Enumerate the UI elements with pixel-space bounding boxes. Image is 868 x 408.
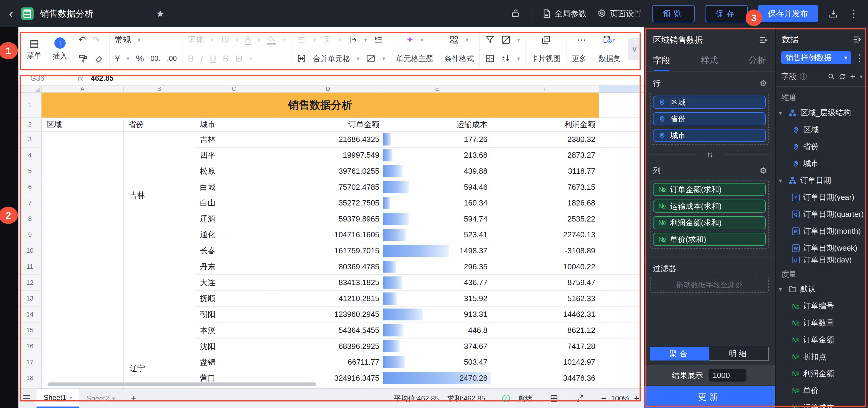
- font-family-select[interactable]: 宋体: [188, 36, 204, 44]
- cell-region[interactable]: [41, 243, 124, 259]
- row-number[interactable]: 15: [19, 322, 41, 339]
- row-number[interactable]: 12: [19, 275, 41, 291]
- gear-icon[interactable]: ⚙: [760, 79, 767, 88]
- cell-order-amount[interactable]: 41210.2815: [273, 291, 383, 307]
- conditional-format-icon[interactable]: [450, 35, 459, 44]
- page-settings-button[interactable]: 页面设置: [597, 8, 642, 19]
- cell-order-amount[interactable]: 68396.2925: [273, 339, 383, 354]
- column-header-F[interactable]: F: [491, 86, 599, 92]
- save-button[interactable]: 保存: [705, 5, 748, 22]
- underline-icon[interactable]: U: [210, 54, 216, 63]
- cell[interactable]: [599, 195, 640, 211]
- cell-province[interactable]: [124, 259, 195, 275]
- header-cell[interactable]: 省份: [124, 118, 195, 131]
- filter-dropzone[interactable]: 拖动数据字段至此处: [650, 277, 769, 293]
- search-icon[interactable]: [828, 73, 835, 81]
- aggregate-toggle[interactable]: 聚合: [650, 347, 709, 360]
- cell-province[interactable]: [124, 275, 195, 291]
- filter-icon[interactable]: [485, 35, 495, 44]
- cell[interactable]: [599, 118, 640, 131]
- cell-order-amount[interactable]: 66711.77: [273, 354, 383, 370]
- cell[interactable]: [599, 339, 640, 354]
- cell-city[interactable]: 白城: [195, 179, 273, 195]
- cell[interactable]: [599, 211, 640, 227]
- indent-icon[interactable]: [374, 35, 383, 44]
- cell-order-amount[interactable]: 39761.0255: [273, 163, 383, 179]
- col-field-pill[interactable]: №利润金额(求和): [653, 216, 766, 229]
- chevron-down-icon[interactable]: ▾: [860, 73, 863, 80]
- cell-profit[interactable]: 7417.28: [491, 339, 599, 354]
- cell-region[interactable]: [41, 339, 124, 354]
- measures-folder[interactable]: ▾默认: [776, 281, 868, 297]
- cell-city[interactable]: 长春: [195, 243, 273, 259]
- italic-icon[interactable]: I: [200, 54, 203, 63]
- format-painter-icon[interactable]: [79, 54, 88, 63]
- row-number[interactable]: 9: [19, 227, 41, 243]
- cell-shipping-cost[interactable]: 594.74: [383, 211, 491, 227]
- back-icon[interactable]: ‹: [9, 7, 13, 20]
- cell[interactable]: [599, 259, 640, 275]
- cell-profit[interactable]: 8621.12: [491, 322, 599, 339]
- insert-button[interactable]: + 插入: [53, 37, 67, 61]
- cell-shipping-cost[interactable]: 296.35: [383, 259, 491, 275]
- cell-view-icon[interactable]: [550, 394, 558, 403]
- cell[interactable]: [599, 307, 640, 323]
- cell-profit[interactable]: 2380.32: [491, 131, 599, 148]
- row-number[interactable]: 5: [19, 163, 41, 179]
- split-cell-icon[interactable]: [366, 54, 375, 63]
- cell-province[interactable]: [124, 163, 195, 179]
- row-number[interactable]: 11: [19, 259, 41, 275]
- header-cell[interactable]: 运输成本: [383, 118, 491, 131]
- cell-shipping-cost[interactable]: 503.47: [383, 354, 491, 370]
- dimension-item[interactable]: Y订单日期(year): [776, 189, 868, 206]
- cell-province[interactable]: [124, 211, 195, 227]
- cell-region[interactable]: [41, 307, 124, 323]
- column-header-E[interactable]: E: [383, 86, 491, 92]
- dataset-select[interactable]: 销售样例数据 ▾: [781, 51, 851, 64]
- cell[interactable]: [599, 386, 640, 388]
- cell-city[interactable]: 松原: [195, 163, 273, 179]
- cell-province[interactable]: [124, 227, 195, 243]
- favorite-star-icon[interactable]: ★: [156, 8, 164, 19]
- collapse-toolbar-button[interactable]: ∨: [628, 38, 641, 60]
- row-number[interactable]: 6: [19, 179, 41, 195]
- row-number[interactable]: 13: [19, 291, 41, 307]
- cell-city[interactable]: 通化: [195, 227, 273, 243]
- zoom-in-button[interactable]: +: [634, 394, 639, 404]
- fullscreen-icon[interactable]: [576, 394, 584, 403]
- menu-button[interactable]: ▤ 菜单: [27, 38, 41, 60]
- add-sheet-button[interactable]: +: [130, 393, 136, 404]
- preview-button[interactable]: 预览: [652, 5, 695, 22]
- cell-profit[interactable]: 7673.15: [491, 179, 599, 195]
- tab-样式[interactable]: 样式: [701, 55, 718, 71]
- col-field-pill[interactable]: №运输成本(求和): [653, 199, 766, 213]
- dataset-icon[interactable]: [603, 35, 612, 44]
- cell-shipping-cost[interactable]: 213.68: [383, 148, 491, 164]
- formula-value[interactable]: 462.85: [91, 74, 114, 83]
- measure-item[interactable]: №运输成本: [776, 399, 868, 408]
- columns-shelf[interactable]: №订单金额(求和)№运输成本(求和)№利润金额(求和)№单价(求和): [650, 180, 769, 249]
- cell[interactable]: [599, 131, 640, 148]
- strikethrough-icon[interactable]: S: [223, 54, 229, 63]
- undo-icon[interactable]: ↶: [79, 35, 86, 44]
- cell-region[interactable]: [41, 275, 124, 291]
- cell[interactable]: [599, 275, 640, 291]
- column-header-B[interactable]: B: [124, 86, 195, 92]
- currency-format-icon[interactable]: ¥: [115, 54, 120, 63]
- cell[interactable]: [195, 386, 273, 388]
- cell-city[interactable]: 吉林: [195, 131, 273, 148]
- cell-order-amount[interactable]: 54364.5455: [273, 322, 383, 339]
- cell[interactable]: [599, 179, 640, 195]
- cell-reference-box[interactable]: G36: [19, 74, 69, 83]
- cell-profit[interactable]: 34478.36: [491, 370, 599, 386]
- cell[interactable]: [599, 354, 640, 370]
- collapse-panel-icon[interactable]: [852, 34, 862, 44]
- align-horizontal-icon[interactable]: [297, 35, 306, 44]
- cell[interactable]: [599, 163, 640, 179]
- cell-order-amount[interactable]: 19997.549: [273, 148, 383, 164]
- cell-city[interactable]: 大连: [195, 275, 273, 291]
- cell-shipping-cost[interactable]: 594.46: [383, 179, 491, 195]
- number-format-select[interactable]: 常规: [115, 34, 131, 45]
- cell-city[interactable]: 四平: [195, 148, 273, 164]
- more-tools-label[interactable]: 更多: [572, 54, 587, 64]
